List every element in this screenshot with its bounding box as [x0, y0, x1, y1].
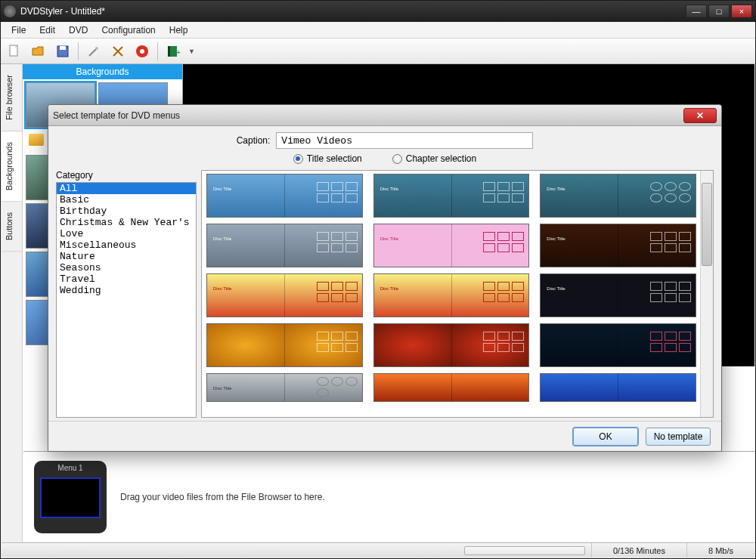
template-dialog: Select template for DVD menus ✕ Caption:…	[48, 104, 722, 452]
save-project-button[interactable]	[54, 42, 72, 60]
template-thumb[interactable]: Disc Title	[206, 174, 363, 218]
category-item[interactable]: Love	[57, 228, 196, 239]
tab-buttons[interactable]: Buttons	[2, 202, 22, 252]
template-thumb[interactable]	[373, 373, 530, 402]
ok-button[interactable]: OK	[573, 428, 638, 446]
caption-row: Caption:	[56, 132, 714, 149]
titlebar: DVDStyler - Untitled* — □ ×	[1, 1, 755, 22]
tab-backgrounds[interactable]: Backgrounds	[2, 131, 22, 202]
template-thumb[interactable]: Disc Title	[373, 174, 530, 218]
menu-dvd[interactable]: DVD	[63, 23, 94, 37]
category-item[interactable]: Birthday	[57, 205, 196, 217]
category-item[interactable]: Seasons	[57, 262, 196, 273]
status-bitrate: 8 Mb/s	[686, 543, 754, 557]
dialog-title: Select template for DVD menus	[53, 110, 683, 121]
template-thumb[interactable]: Disc Title	[206, 224, 363, 267]
settings-button[interactable]	[85, 42, 103, 60]
radio-title-selection[interactable]: Title selection	[293, 153, 362, 164]
template-thumb[interactable]	[540, 373, 696, 402]
template-thumb[interactable]: Disc Title	[540, 174, 696, 218]
svg-rect-7	[168, 46, 170, 57]
dropdown-icon[interactable]: ▼	[188, 48, 195, 55]
category-item[interactable]: Christmas & New Year's Eve	[57, 217, 196, 228]
app-icon	[4, 5, 16, 17]
template-thumb[interactable]	[540, 323, 696, 367]
maximize-button[interactable]: □	[708, 5, 730, 18]
menu-thumbnail[interactable]: Menu 1	[34, 461, 107, 533]
add-video-button[interactable]: +	[164, 42, 182, 60]
category-item[interactable]: Miscellaneous	[57, 239, 196, 251]
menu-thumb-canvas	[40, 477, 101, 518]
category-list[interactable]: All Basic Birthday Christmas & New Year'…	[56, 182, 197, 418]
category-label: Category	[56, 170, 197, 181]
folder-icon[interactable]	[29, 134, 44, 146]
timeline-pane: Menu 1 Drag your video files from the Fi…	[23, 451, 754, 542]
menu-edit[interactable]: Edit	[33, 23, 61, 37]
backgrounds-header: Backgrounds	[23, 64, 182, 79]
category-item[interactable]: Basic	[57, 194, 196, 205]
selection-mode-row: Title selection Chapter selection	[56, 153, 714, 164]
menu-file[interactable]: File	[5, 23, 32, 37]
tab-file-browser[interactable]: File browser	[2, 64, 22, 131]
svg-point-5	[140, 49, 144, 54]
svg-rect-2	[60, 46, 66, 50]
disc-usage-bar	[464, 546, 585, 555]
minimize-button[interactable]: —	[686, 5, 707, 18]
radio-chapter-selection[interactable]: Chapter selection	[392, 153, 476, 164]
window-title: DVDStyler - Untitled*	[20, 6, 686, 17]
menu-help[interactable]: Help	[163, 23, 194, 37]
menubar: File Edit DVD Configuration Help	[1, 22, 755, 39]
toolbar: + ▼	[1, 39, 755, 64]
category-item[interactable]: Travel	[57, 273, 196, 285]
no-template-button[interactable]: No template	[646, 428, 711, 446]
radio-icon	[392, 154, 402, 164]
caption-label: Caption:	[237, 135, 271, 146]
template-thumb[interactable]: Disc Title	[206, 273, 363, 317]
menu-configuration[interactable]: Configuration	[95, 23, 161, 37]
dialog-footer: OK No template	[48, 421, 721, 451]
new-project-button[interactable]	[5, 42, 23, 60]
category-item[interactable]: All	[57, 183, 196, 194]
category-pane: Category All Basic Birthday Christmas & …	[56, 170, 197, 418]
radio-icon	[293, 154, 303, 164]
toolbar-separator	[78, 42, 79, 60]
template-thumb[interactable]	[373, 323, 530, 367]
burn-button[interactable]	[133, 42, 151, 60]
side-tabs: File browser Backgrounds Buttons	[2, 64, 23, 542]
template-thumb[interactable]: Disc Title	[373, 273, 530, 317]
category-item[interactable]: Nature	[57, 251, 196, 262]
open-project-button[interactable]	[29, 42, 48, 60]
toolbar-separator	[157, 42, 158, 60]
category-item[interactable]: Wedding	[57, 285, 196, 296]
template-thumb[interactable]: Disc Title	[206, 373, 363, 402]
tools-button[interactable]	[109, 42, 127, 60]
template-scrollbar[interactable]	[700, 171, 713, 417]
dialog-close-button[interactable]: ✕	[683, 108, 717, 123]
drag-hint: Drag your video files from the File Brow…	[120, 492, 325, 502]
svg-point-3	[95, 47, 98, 50]
status-minutes: 0/136 Minutes	[591, 543, 686, 557]
template-thumb[interactable]: Disc Title	[373, 224, 530, 267]
svg-text:+: +	[176, 48, 181, 57]
template-gallery: Disc Title Disc Title Disc Title Disc Ti…	[201, 170, 714, 418]
dialog-titlebar: Select template for DVD menus ✕	[48, 105, 721, 126]
close-button[interactable]: ×	[731, 5, 752, 18]
template-thumb[interactable]: Disc Title	[540, 273, 696, 317]
caption-input[interactable]	[276, 132, 533, 149]
statusbar: 0/136 Minutes 8 Mb/s	[2, 542, 754, 557]
menu-thumb-label: Menu 1	[34, 464, 107, 472]
template-thumb[interactable]	[206, 323, 363, 367]
template-thumb[interactable]: Disc Title	[540, 224, 696, 267]
scrollbar-thumb[interactable]	[702, 183, 712, 266]
